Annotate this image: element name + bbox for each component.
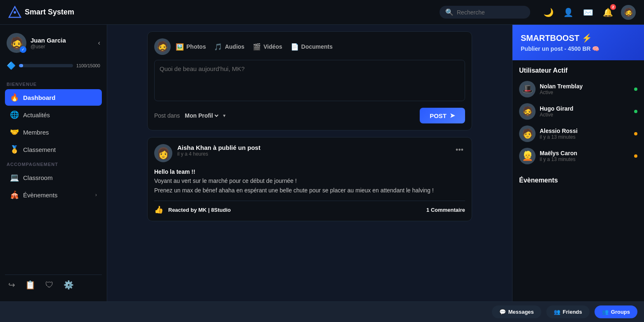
groups-button[interactable]: 👥 Groups — [595, 305, 637, 318]
post-button[interactable]: POST ➤ — [420, 108, 465, 123]
friends-button[interactable]: 👥 Friends — [546, 305, 590, 318]
smartboost-card[interactable]: SMARTBOOST ⚡ Publier un post - 4500 BR 🧠 — [512, 25, 644, 60]
user-alessio-status-dot — [634, 132, 637, 135]
search-input[interactable] — [457, 9, 523, 16]
friends-icon: 👥 — [554, 309, 560, 315]
user-alessio-info: Alessio Rossi il y a 13 minutes — [540, 128, 578, 140]
post-more-button[interactable]: ••• — [454, 144, 465, 156]
topnav: Smart System 🔍 🌙 👤 ✉️ 🔔 2 🧔 — [0, 0, 644, 25]
tab-documents[interactable]: 📄 Documents — [291, 43, 333, 51]
shield-button[interactable]: 🛡 — [44, 278, 55, 291]
bottom-bar: 💬 Messages 👥 Friends 👥 Groups — [0, 301, 644, 322]
actualites-label: Actualités — [23, 111, 50, 118]
search-icon: 🔍 — [445, 8, 454, 16]
sidebar-item-classroom[interactable]: 💻 Classroom — [5, 169, 102, 186]
messages-button[interactable]: 💬 Messages — [492, 305, 541, 318]
user-nolan-name: Nolan Tremblay — [540, 83, 583, 90]
post-in-select[interactable]: Mon Profil — [183, 112, 220, 119]
composer-footer: Post dans Mon Profil ▾ POST ➤ — [154, 108, 465, 123]
sidebar-collapse-button[interactable]: ‹ — [98, 39, 100, 47]
search-bar[interactable]: 🔍 — [440, 6, 530, 19]
videos-icon: 🎬 — [253, 43, 261, 51]
post-in-wrap: Post dans Mon Profil ▾ — [154, 112, 226, 119]
sidebar-item-dashboard[interactable]: 🔥 Dashboard — [5, 89, 102, 106]
logout-button[interactable]: ↪ — [7, 278, 17, 291]
post-header: 👩 Aisha Khan à publié un post il y a 4 h… — [154, 144, 465, 162]
user-avatar[interactable]: 🧔 — [621, 5, 636, 20]
composer-top: 🧔 🖼️ Photos 🎵 Audios 🎬 Vidéos — [154, 38, 465, 55]
xp-bar-fill — [19, 64, 23, 67]
settings-button[interactable]: ⚙️ — [62, 278, 75, 291]
user-hugo-status-dot — [634, 110, 637, 113]
sidebar-item-classement[interactable]: 🥇 Classement — [5, 141, 102, 158]
groups-label: Groups — [611, 309, 630, 315]
user-nolan-status-dot — [634, 88, 637, 91]
logo-icon — [8, 6, 21, 19]
user-hugo-info: Hugo Girard Active — [540, 105, 573, 118]
logo-area: Smart System — [8, 6, 74, 19]
comment-count: 1 Commentaire — [426, 207, 465, 213]
dashboard-icon: 🔥 — [10, 93, 19, 102]
section-bienvenue-label: BIENVENUE — [7, 82, 100, 87]
tab-audios[interactable]: 🎵 Audios — [214, 43, 244, 51]
document-button[interactable]: 📋 — [24, 278, 37, 291]
reaction-emoji[interactable]: 👍 — [154, 205, 163, 214]
composer-avatar: 🧔 — [154, 38, 171, 55]
reacted-by-label: Reacted by — [168, 207, 198, 213]
photos-icon: 🖼️ — [176, 43, 184, 51]
dark-mode-button[interactable]: 🌙 — [542, 6, 555, 19]
post-avatar: 👩 — [154, 144, 172, 162]
smartboost-sub-value: 4500 BR 🧠 — [568, 45, 599, 52]
feed-post: 👩 Aisha Khan à publié un post il y a 4 h… — [147, 137, 472, 221]
sidebar: 🧔 ✓ Juan Garcia @user ‹ 🔷 1100/15000 BIE… — [0, 25, 107, 301]
user-nolan-avatar: 🎩 — [519, 81, 536, 97]
evenements-icon: 🎪 — [10, 190, 19, 199]
evenements-label: Évènements — [23, 192, 57, 199]
sidebar-item-actualites[interactable]: 🌐 Actualités — [5, 107, 102, 123]
user-alessio-status: il y a 13 minutes — [540, 134, 578, 140]
active-user-item: 🧑 Alessio Rossi il y a 13 minutes — [519, 125, 637, 142]
post-meta: Aisha Khan à publié un post il y a 4 heu… — [177, 144, 449, 157]
svg-point-1 — [14, 11, 16, 14]
sidebar-item-membres[interactable]: 🤝 Membres — [5, 124, 102, 140]
audios-icon: 🎵 — [214, 43, 222, 51]
classroom-label: Classroom — [23, 174, 53, 181]
xp-bar-background — [19, 64, 73, 67]
tab-videos[interactable]: 🎬 Vidéos — [253, 43, 282, 51]
notification-badge: 2 — [610, 4, 616, 10]
app-title: Smart System — [25, 8, 74, 17]
classement-label: Classement — [23, 146, 56, 153]
profile-icon-button[interactable]: 👤 — [562, 6, 575, 19]
comment-count-number: 1 — [426, 207, 429, 213]
dashboard-label: Dashboard — [23, 94, 55, 101]
post-body: Hello la team !! Voyant au vert sur le m… — [154, 167, 465, 195]
active-user-item: 👱 Maëlys Caron il y a 13 minutes — [519, 148, 637, 164]
verified-badge: ✓ — [20, 46, 26, 53]
classement-icon: 🥇 — [10, 145, 19, 154]
sidebar-username: Juan Garcia — [31, 37, 66, 44]
smartboost-sub-text: Publier un post - — [521, 45, 566, 52]
reacted-by: Reacted by MK | 8Studio — [168, 207, 231, 213]
user-alessio-name: Alessio Rossi — [540, 128, 578, 134]
tab-audios-label: Audios — [225, 43, 244, 50]
active-user-item: 🎩 Nolan Tremblay Active — [519, 81, 637, 97]
messages-icon-button[interactable]: ✉️ — [581, 6, 595, 19]
documents-icon: 📄 — [291, 43, 299, 51]
post-composer: 🧔 🖼️ Photos 🎵 Audios 🎬 Vidéos — [147, 31, 472, 130]
user-maelys-status: il y a 13 minutes — [540, 156, 577, 162]
reacted-by-user: MK | 8Studio — [198, 207, 231, 213]
sidebar-user-card: 🧔 ✓ Juan Garcia @user ‹ — [5, 31, 102, 54]
sidebar-avatar: 🧔 ✓ — [7, 33, 26, 53]
tab-photos[interactable]: 🖼️ Photos — [176, 43, 206, 51]
sidebar-item-evenements[interactable]: 🎪 Évènements › — [5, 187, 102, 203]
main-content: 🧔 🖼️ Photos 🎵 Audios 🎬 Vidéos — [107, 25, 512, 301]
xp-label: 1100/15000 — [76, 63, 100, 68]
xp-bar: 🔷 1100/15000 — [5, 61, 102, 70]
post-line-3: Prenez un max de bénef ahaha en espérant… — [154, 187, 434, 194]
post-textarea[interactable] — [154, 60, 465, 101]
membres-label: Membres — [23, 129, 49, 136]
smartboost-sub: Publier un post - 4500 BR 🧠 — [521, 45, 636, 52]
notifications-button[interactable]: 🔔 2 — [601, 6, 614, 19]
chevron-down-icon: ▾ — [223, 113, 226, 118]
sidebar-user-info: Juan Garcia @user — [31, 37, 66, 50]
